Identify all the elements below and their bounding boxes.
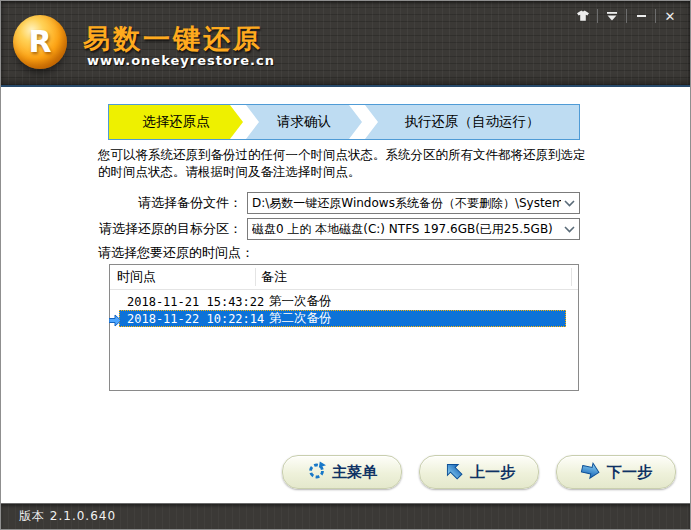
divider xyxy=(626,9,627,23)
column-header-rest xyxy=(572,268,578,286)
tab-label: 执行还原（自动运行） xyxy=(405,113,540,131)
tab-confirm[interactable]: 请求确认 xyxy=(246,105,362,139)
tab-select-restore-point[interactable]: 选择还原点 xyxy=(109,105,243,139)
column-header-note[interactable]: 备注 xyxy=(256,268,572,286)
row-marker-arrow-icon xyxy=(109,312,122,325)
close-icon[interactable]: ✕ xyxy=(658,7,682,25)
window-controls: ✕ xyxy=(571,6,682,26)
next-icon xyxy=(580,460,601,485)
restore-point-list-label: 请选择您要还原的时间点： xyxy=(98,244,254,262)
main-menu-icon xyxy=(307,461,326,484)
cell-note: 第一次备份 xyxy=(267,293,566,310)
tab-label: 选择还原点 xyxy=(142,113,210,131)
app-window: R 易数一键还原 www.onekeyrestore.cn ✕ xyxy=(0,0,691,530)
description-text: 您可以将系统还原到备份过的任何一个时间点状态。系统分区的所有文件都将还原到选定的… xyxy=(98,146,592,180)
list-rows: 2018-11-21 15:43:22 第一次备份 2018-11-22 10:… xyxy=(110,290,578,327)
target-partition-value: 磁盘0 上的 本地磁盘(C:) NTFS 197.6GB(已用25.5GB) xyxy=(252,221,561,238)
divider xyxy=(655,9,656,23)
target-partition-label: 请选择还原的目标分区： xyxy=(98,220,242,238)
tab-execute-restore[interactable]: 执行还原（自动运行） xyxy=(365,105,579,139)
table-row[interactable]: 2018-11-21 15:43:22 第一次备份 xyxy=(119,293,566,310)
status-bar: 版本 2.1.0.640 xyxy=(1,503,690,529)
table-row-selected[interactable]: 2018-11-22 10:22:14 第二次备份 xyxy=(119,310,566,327)
next-step-label: 下一步 xyxy=(607,463,652,482)
prev-step-button[interactable]: 上一步 xyxy=(419,455,539,489)
main-content: 选择还原点 请求确认 执行还原（自动运行） 您可以将系统还原到备份过的任何一个时… xyxy=(1,87,690,504)
chevron-down-icon xyxy=(561,200,575,207)
main-menu-button[interactable]: 主菜单 xyxy=(282,455,402,489)
cell-time: 2018-11-21 15:43:22 xyxy=(119,295,267,309)
backup-file-value: D:\易数一键还原Windows系统备份（不要删除）\SystemImag xyxy=(252,195,561,212)
app-title: 易数一键还原 xyxy=(83,21,263,57)
restore-point-list: 时间点 备注 2018-11-21 15:43:22 第一次备份 2018-11… xyxy=(109,264,579,391)
prev-icon xyxy=(443,460,464,485)
divider xyxy=(597,9,598,23)
main-menu-label: 主菜单 xyxy=(332,463,377,482)
step-tabs: 选择还原点 请求确认 执行还原（自动运行） xyxy=(108,104,580,140)
backup-file-label: 请选择备份文件： xyxy=(98,194,242,212)
logo-letter: R xyxy=(28,27,51,57)
app-logo: R xyxy=(13,15,67,69)
minimize-icon[interactable] xyxy=(629,7,653,25)
list-header: 时间点 备注 xyxy=(110,265,578,290)
collapse-icon[interactable] xyxy=(600,7,624,25)
target-partition-row: 请选择还原的目标分区： 磁盘0 上的 本地磁盘(C:) NTFS 197.6GB… xyxy=(98,218,580,240)
cell-note: 第二次备份 xyxy=(267,310,566,327)
prev-step-label: 上一步 xyxy=(470,463,515,482)
version-text: 版本 2.1.0.640 xyxy=(19,508,116,525)
column-header-time[interactable]: 时间点 xyxy=(110,268,256,286)
tab-label: 请求确认 xyxy=(277,113,331,131)
button-bar: 主菜单 上一步 xyxy=(1,455,676,489)
chevron-down-icon xyxy=(561,226,575,233)
skin-icon[interactable] xyxy=(571,7,595,25)
target-partition-select[interactable]: 磁盘0 上的 本地磁盘(C:) NTFS 197.6GB(已用25.5GB) xyxy=(247,218,580,240)
backup-file-row: 请选择备份文件： D:\易数一键还原Windows系统备份（不要删除）\Syst… xyxy=(98,192,580,214)
website-url: www.onekeyrestore.cn xyxy=(87,53,275,68)
next-step-button[interactable]: 下一步 xyxy=(556,455,676,489)
title-bar: R 易数一键还原 www.onekeyrestore.cn ✕ xyxy=(1,1,690,85)
backup-file-select[interactable]: D:\易数一键还原Windows系统备份（不要删除）\SystemImag xyxy=(247,192,580,214)
cell-time: 2018-11-22 10:22:14 xyxy=(119,312,267,326)
